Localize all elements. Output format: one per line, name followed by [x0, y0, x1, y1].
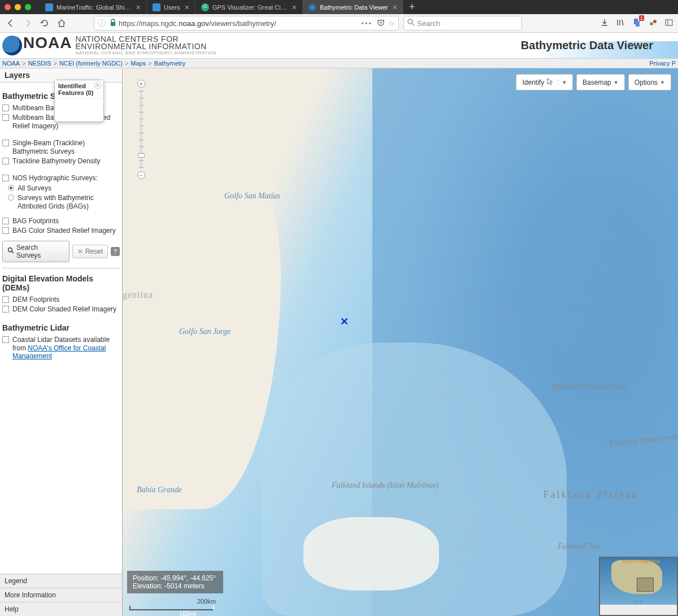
close-tab-icon[interactable]: ×: [185, 3, 189, 12]
section-head-lidar: Bathymetric Lidar: [2, 323, 120, 332]
page-title: Bathymetric Data Viewer: [521, 39, 676, 52]
close-tab-icon[interactable]: ×: [292, 3, 297, 12]
identified-features-popup[interactable]: Identified Features (0) × ⋰: [54, 80, 104, 122]
label-dem-footprints: DEM Footprints: [12, 296, 59, 303]
reload-button[interactable]: [38, 17, 51, 29]
site-info-icon[interactable]: i: [98, 19, 106, 27]
scale-km: 200km: [197, 598, 216, 605]
help-link[interactable]: Help: [0, 602, 122, 616]
radio-bags[interactable]: [8, 194, 14, 201]
svg-point-5: [650, 22, 653, 25]
arrow-right-icon: [23, 19, 32, 28]
label-bag-color: BAG Color Shaded Relief Imagery: [12, 227, 116, 235]
breadcrumb-current[interactable]: Bathymetry: [154, 60, 186, 67]
zoom-track[interactable]: [140, 90, 142, 169]
noaa-logo-icon[interactable]: [2, 36, 22, 55]
browser-toolbar: i https://maps.ngdc.noaa.gov/viewers/bat…: [0, 14, 678, 33]
map-click-marker-icon: ✕: [340, 315, 349, 328]
zoom-handle[interactable]: [138, 153, 145, 158]
page-actions-icon[interactable]: •••: [361, 19, 372, 28]
browser-tab-active[interactable]: Bathymetric Data Viewer ×: [303, 0, 403, 14]
map-land-falklands: [303, 517, 439, 591]
new-tab-button[interactable]: +: [403, 1, 421, 13]
checkbox-nos[interactable]: [2, 175, 9, 181]
browser-tab-strip: MarineTraffic: Global Ship Trac × Users …: [0, 0, 678, 14]
checkbox-dem-color[interactable]: [2, 306, 9, 313]
browser-tab[interactable]: G GPS Visualizer: Great Circle Dis ×: [195, 0, 303, 14]
more-info-link[interactable]: More Information: [0, 588, 122, 602]
back-button[interactable]: [5, 17, 17, 29]
options-label: Options: [634, 79, 658, 86]
basemap-button[interactable]: Basemap ▼: [576, 74, 625, 90]
maximize-window-icon[interactable]: [25, 4, 31, 10]
minimize-window-icon[interactable]: [15, 4, 21, 10]
svg-point-6: [653, 20, 657, 23]
radio-all-surveys[interactable]: [8, 185, 14, 191]
home-button[interactable]: [55, 17, 68, 29]
breadcrumb-link[interactable]: NESDIS: [28, 60, 51, 67]
address-bar[interactable]: i https://maps.ngdc.noaa.gov/viewers/bat…: [94, 16, 399, 31]
breadcrumb-link[interactable]: NCEI (formerly NGDC): [59, 60, 123, 67]
forward-button[interactable]: [21, 17, 34, 29]
popup-title: Identified Features (0) ×: [55, 80, 103, 99]
legend-link[interactable]: Legend: [0, 574, 122, 588]
sidebar-icon[interactable]: [664, 18, 673, 29]
downloads-icon[interactable]: [600, 18, 609, 29]
search-input[interactable]: Search: [403, 16, 522, 31]
map-label: Falkland Islands (Islas Malvinas): [332, 481, 438, 490]
label-single-beam: Single-Beam (Trackline) Bathymetric Surv…: [12, 139, 120, 155]
svg-rect-0: [111, 22, 115, 26]
section-head-dems: Digital Elevation Models (DEMs): [2, 274, 120, 292]
checkbox-coastal-lidar[interactable]: [2, 336, 9, 343]
library-icon[interactable]: [616, 18, 625, 29]
header-line3: NATIONAL OCEANIC AND ATMOSPHERIC ADMINIS…: [75, 50, 216, 55]
checkbox-bag-footprints[interactable]: [2, 218, 9, 224]
checkbox-multibeam[interactable]: [2, 105, 9, 111]
zoom-slider[interactable]: + −: [137, 80, 145, 179]
tab-favicon: [45, 3, 53, 11]
map-label: Falkland Tro: [558, 542, 599, 551]
identify-button[interactable]: Identify ▼: [516, 74, 573, 90]
close-tab-icon[interactable]: ×: [136, 3, 141, 12]
browser-tab[interactable]: MarineTraffic: Global Ship Trac ×: [40, 0, 147, 14]
arrow-left-icon: [6, 19, 15, 28]
depth-label: 6690: [642, 429, 655, 436]
label-all-surveys: All Surveys: [18, 184, 51, 192]
search-surveys-button[interactable]: Search Surveys: [2, 241, 69, 262]
checkbox-multibeam-shaded[interactable]: [2, 114, 9, 121]
svg-point-1: [408, 19, 412, 24]
search-icon: [407, 19, 415, 28]
options-button[interactable]: Options ▼: [628, 74, 671, 90]
overview-extent-box[interactable]: [637, 578, 654, 592]
notification-icon[interactable]: 1: [632, 18, 642, 29]
map-label: Golfo San Matías: [224, 192, 280, 201]
extension-icon[interactable]: [649, 18, 658, 29]
depth-label: 3713: [495, 305, 508, 311]
checkbox-trackline[interactable]: [2, 158, 9, 164]
close-tab-icon[interactable]: ×: [393, 3, 397, 12]
map-canvas[interactable]: Golfo San Matías gentina Golfo San Jorge…: [123, 68, 678, 616]
checkbox-bag-color[interactable]: [2, 227, 9, 234]
chevron-down-icon[interactable]: ▼: [558, 80, 567, 85]
reset-button[interactable]: ✕ Reset: [72, 245, 108, 258]
pocket-icon[interactable]: [377, 19, 385, 28]
popup-close-icon[interactable]: ×: [94, 82, 101, 89]
privacy-link[interactable]: Privacy P: [650, 60, 676, 67]
cursor-elevation: Elevation: -5014 meters: [133, 582, 218, 590]
zoom-out-button[interactable]: −: [137, 171, 145, 179]
resize-handle-icon[interactable]: ⋰: [97, 115, 102, 121]
breadcrumb-link[interactable]: NOAA: [2, 60, 20, 67]
checkbox-single-beam[interactable]: [2, 140, 9, 146]
checkbox-dem-footprints[interactable]: [2, 296, 9, 303]
overview-map[interactable]: SOUTH AMERICA 274: [599, 557, 678, 616]
chevron-down-icon: ▼: [614, 80, 619, 85]
svg-line-2: [412, 23, 414, 25]
browser-tab[interactable]: Users ×: [147, 0, 195, 14]
zoom-in-button[interactable]: +: [137, 80, 145, 88]
breadcrumb-link[interactable]: Maps: [131, 60, 146, 67]
bookmark-star-icon[interactable]: ☆: [388, 19, 395, 28]
help-button[interactable]: ?: [111, 247, 120, 256]
depth-label: 4541: [580, 203, 593, 210]
close-window-icon[interactable]: [5, 4, 11, 10]
cursor-icon: [546, 77, 553, 87]
